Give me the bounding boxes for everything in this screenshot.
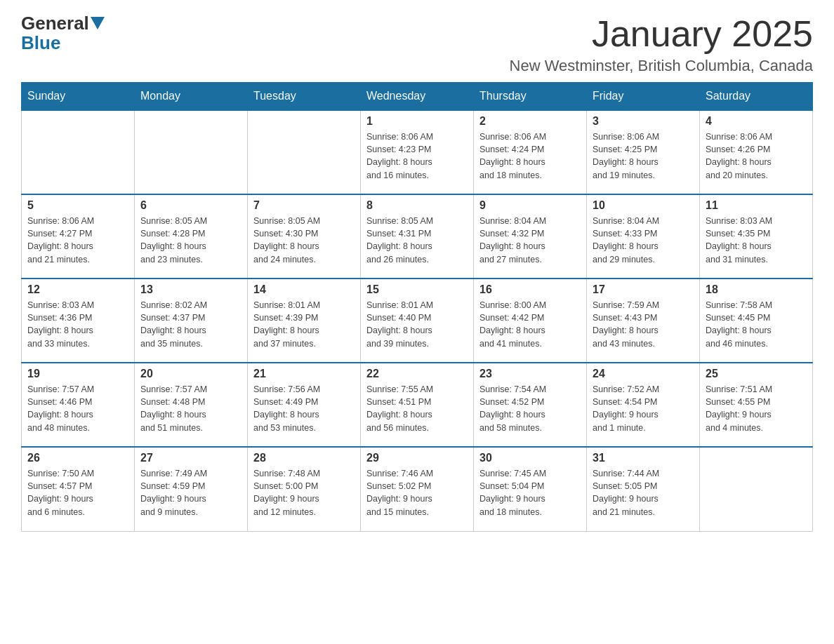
day-info: Sunrise: 8:04 AMSunset: 4:33 PMDaylight:… [593, 215, 694, 266]
calendar-table: SundayMondayTuesdayWednesdayThursdayFrid… [21, 82, 813, 532]
calendar-cell: 11Sunrise: 8:03 AMSunset: 4:35 PMDayligh… [700, 194, 813, 279]
calendar-cell: 30Sunrise: 7:45 AMSunset: 5:04 PMDayligh… [474, 447, 587, 531]
day-info: Sunrise: 8:06 AMSunset: 4:27 PMDaylight:… [27, 215, 128, 266]
day-number: 31 [593, 452, 694, 464]
calendar-cell [135, 110, 248, 194]
day-number: 28 [253, 452, 355, 464]
calendar-cell: 21Sunrise: 7:56 AMSunset: 4:49 PMDayligh… [248, 363, 361, 447]
calendar-cell: 5Sunrise: 8:06 AMSunset: 4:27 PMDaylight… [22, 194, 135, 279]
calendar-cell: 29Sunrise: 7:46 AMSunset: 5:02 PMDayligh… [361, 447, 474, 531]
calendar-cell: 27Sunrise: 7:49 AMSunset: 4:59 PMDayligh… [135, 447, 248, 531]
page-header: General Blue January 2025 New Westminste… [21, 14, 813, 75]
day-number: 4 [706, 115, 807, 128]
day-info: Sunrise: 8:06 AMSunset: 4:23 PMDaylight:… [366, 130, 468, 182]
day-number: 7 [253, 199, 355, 212]
day-number: 10 [593, 199, 694, 212]
calendar-cell: 20Sunrise: 7:57 AMSunset: 4:48 PMDayligh… [135, 363, 248, 447]
weekday-header-saturday: Saturday [700, 83, 813, 111]
day-info: Sunrise: 8:05 AMSunset: 4:31 PMDaylight:… [366, 215, 468, 266]
calendar-cell: 6Sunrise: 8:05 AMSunset: 4:28 PMDaylight… [135, 194, 248, 279]
day-number: 16 [479, 283, 581, 296]
calendar-cell: 17Sunrise: 7:59 AMSunset: 4:43 PMDayligh… [587, 279, 700, 363]
calendar-cell [700, 447, 813, 531]
day-number: 21 [253, 368, 355, 380]
calendar-cell: 3Sunrise: 8:06 AMSunset: 4:25 PMDaylight… [587, 110, 700, 194]
weekday-header-wednesday: Wednesday [361, 83, 474, 111]
day-number: 18 [706, 283, 807, 296]
weekday-header-friday: Friday [587, 83, 700, 111]
calendar-week-row: 26Sunrise: 7:50 AMSunset: 4:57 PMDayligh… [22, 447, 813, 531]
day-info: Sunrise: 7:44 AMSunset: 5:05 PMDaylight:… [593, 467, 694, 518]
calendar-cell: 28Sunrise: 7:48 AMSunset: 5:00 PMDayligh… [248, 447, 361, 531]
day-info: Sunrise: 7:57 AMSunset: 4:48 PMDaylight:… [140, 383, 241, 434]
calendar-cell: 22Sunrise: 7:55 AMSunset: 4:51 PMDayligh… [361, 363, 474, 447]
logo-triangle-icon [91, 17, 105, 29]
day-info: Sunrise: 8:01 AMSunset: 4:40 PMDaylight:… [366, 299, 468, 350]
day-info: Sunrise: 8:05 AMSunset: 4:28 PMDaylight:… [140, 215, 241, 266]
calendar-cell: 1Sunrise: 8:06 AMSunset: 4:23 PMDaylight… [361, 110, 474, 194]
calendar-week-row: 12Sunrise: 8:03 AMSunset: 4:36 PMDayligh… [22, 279, 813, 363]
day-info: Sunrise: 7:59 AMSunset: 4:43 PMDaylight:… [593, 299, 694, 350]
day-number: 1 [366, 115, 468, 128]
day-number: 13 [140, 283, 241, 296]
calendar-cell: 12Sunrise: 8:03 AMSunset: 4:36 PMDayligh… [22, 279, 135, 363]
calendar-cell: 8Sunrise: 8:05 AMSunset: 4:31 PMDaylight… [361, 194, 474, 279]
day-number: 2 [479, 115, 581, 128]
day-info: Sunrise: 7:56 AMSunset: 4:49 PMDaylight:… [253, 383, 355, 434]
day-info: Sunrise: 7:50 AMSunset: 4:57 PMDaylight:… [27, 467, 128, 518]
day-number: 22 [366, 368, 468, 380]
day-number: 27 [140, 452, 241, 464]
calendar-cell [22, 110, 135, 194]
logo-blue-text: Blue [21, 32, 60, 54]
calendar-cell: 9Sunrise: 8:04 AMSunset: 4:32 PMDaylight… [474, 194, 587, 279]
day-info: Sunrise: 8:03 AMSunset: 4:35 PMDaylight:… [706, 215, 807, 266]
calendar-cell: 13Sunrise: 8:02 AMSunset: 4:37 PMDayligh… [135, 279, 248, 363]
calendar-cell: 19Sunrise: 7:57 AMSunset: 4:46 PMDayligh… [22, 363, 135, 447]
calendar-week-row: 1Sunrise: 8:06 AMSunset: 4:23 PMDaylight… [22, 110, 813, 194]
day-info: Sunrise: 7:51 AMSunset: 4:55 PMDaylight:… [706, 383, 807, 434]
day-number: 19 [27, 368, 128, 380]
location-title: New Westminster, British Columbia, Canad… [510, 57, 813, 75]
weekday-header-row: SundayMondayTuesdayWednesdayThursdayFrid… [22, 83, 813, 111]
calendar-cell: 7Sunrise: 8:05 AMSunset: 4:30 PMDaylight… [248, 194, 361, 279]
day-info: Sunrise: 7:45 AMSunset: 5:04 PMDaylight:… [479, 467, 581, 518]
day-info: Sunrise: 8:03 AMSunset: 4:36 PMDaylight:… [27, 299, 128, 350]
calendar-cell: 4Sunrise: 8:06 AMSunset: 4:26 PMDaylight… [700, 110, 813, 194]
day-info: Sunrise: 7:49 AMSunset: 4:59 PMDaylight:… [140, 467, 241, 518]
day-info: Sunrise: 8:04 AMSunset: 4:32 PMDaylight:… [479, 215, 581, 266]
day-number: 29 [366, 452, 468, 464]
day-number: 20 [140, 368, 241, 380]
calendar-week-row: 19Sunrise: 7:57 AMSunset: 4:46 PMDayligh… [22, 363, 813, 447]
calendar-cell: 14Sunrise: 8:01 AMSunset: 4:39 PMDayligh… [248, 279, 361, 363]
day-info: Sunrise: 8:01 AMSunset: 4:39 PMDaylight:… [253, 299, 355, 350]
day-info: Sunrise: 8:06 AMSunset: 4:25 PMDaylight:… [593, 130, 694, 182]
day-info: Sunrise: 7:48 AMSunset: 5:00 PMDaylight:… [253, 467, 355, 518]
day-number: 25 [706, 368, 807, 380]
weekday-header-monday: Monday [135, 83, 248, 111]
day-number: 9 [479, 199, 581, 212]
day-number: 30 [479, 452, 581, 464]
day-info: Sunrise: 7:55 AMSunset: 4:51 PMDaylight:… [366, 383, 468, 434]
day-info: Sunrise: 7:46 AMSunset: 5:02 PMDaylight:… [366, 467, 468, 518]
day-info: Sunrise: 8:05 AMSunset: 4:30 PMDaylight:… [253, 215, 355, 266]
weekday-header-sunday: Sunday [22, 83, 135, 111]
day-info: Sunrise: 7:58 AMSunset: 4:45 PMDaylight:… [706, 299, 807, 350]
calendar-cell: 16Sunrise: 8:00 AMSunset: 4:42 PMDayligh… [474, 279, 587, 363]
day-info: Sunrise: 8:00 AMSunset: 4:42 PMDaylight:… [479, 299, 581, 350]
day-number: 14 [253, 283, 355, 296]
calendar-week-row: 5Sunrise: 8:06 AMSunset: 4:27 PMDaylight… [22, 194, 813, 279]
day-info: Sunrise: 8:06 AMSunset: 4:26 PMDaylight:… [706, 130, 807, 182]
calendar-cell: 2Sunrise: 8:06 AMSunset: 4:24 PMDaylight… [474, 110, 587, 194]
calendar-cell: 15Sunrise: 8:01 AMSunset: 4:40 PMDayligh… [361, 279, 474, 363]
day-info: Sunrise: 7:54 AMSunset: 4:52 PMDaylight:… [479, 383, 581, 434]
calendar-cell: 23Sunrise: 7:54 AMSunset: 4:52 PMDayligh… [474, 363, 587, 447]
day-number: 8 [366, 199, 468, 212]
weekday-header-tuesday: Tuesday [248, 83, 361, 111]
day-number: 11 [706, 199, 807, 212]
logo: General Blue [21, 14, 106, 54]
calendar-cell: 31Sunrise: 7:44 AMSunset: 5:05 PMDayligh… [587, 447, 700, 531]
day-number: 24 [593, 368, 694, 380]
day-info: Sunrise: 7:57 AMSunset: 4:46 PMDaylight:… [27, 383, 128, 434]
day-number: 26 [27, 452, 128, 464]
title-area: January 2025 New Westminster, British Co… [510, 14, 813, 75]
